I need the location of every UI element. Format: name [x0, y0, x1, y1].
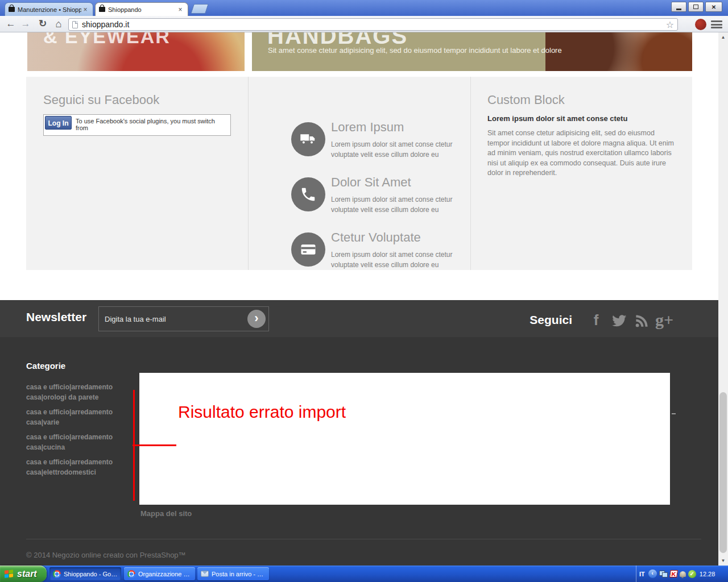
bookmark-star-icon[interactable]: ☆ [666, 19, 674, 30]
shopping-bag-favicon [99, 7, 105, 12]
facebook-icon[interactable]: f [585, 311, 607, 329]
network-icon[interactable] [659, 571, 668, 577]
category-link[interactable]: casa e ufficio|arredamento casa|elettrod… [26, 457, 138, 477]
info-title: Lorem Ipsum [331, 120, 404, 135]
annotation-horizontal-line [133, 444, 176, 446]
scrollbar-thumb[interactable] [719, 392, 727, 553]
scroll-up-icon[interactable]: ▲ [718, 32, 728, 42]
banner-handbags[interactable]: HANDBAGS Sit amet conse ctetur adipisici… [252, 32, 692, 71]
url-text[interactable]: shioppando.it [82, 20, 666, 29]
taskbar-button-label: Shioppando - Google ... [64, 571, 118, 577]
phone-icon [291, 177, 325, 211]
taskbar-button-organizzazione[interactable]: Organizzazione categ... [124, 567, 195, 580]
status-check-icon[interactable]: ✓ [688, 570, 696, 578]
custom-block: Custom Block Lorem ipsum dolor sit amet … [487, 93, 675, 178]
social-links: Seguici f g+ [530, 310, 676, 330]
twitter-icon[interactable] [607, 311, 630, 329]
copyright-text: © 2014 Negozio online creato con PrestaS… [26, 551, 186, 559]
tab-manutenzione[interactable]: Manutenzione • Shioppando × [5, 2, 93, 16]
category-link[interactable]: casa e ufficio|arredamento casa|varie [26, 407, 138, 427]
maximize-button[interactable] [688, 2, 704, 12]
page-icon [72, 21, 78, 28]
tab-title: Shioppando [108, 6, 176, 13]
info-text: Lorem ipsum dolor sit amet conse ctetur … [331, 250, 470, 270]
banner-eyewear[interactable]: & EYEWEAR [27, 32, 245, 71]
extension-icon[interactable] [695, 19, 706, 30]
banner-title: & EYEWEAR [43, 32, 171, 48]
browser-titlebar: Manutenzione • Shioppando × Shioppando ×… [0, 0, 728, 16]
kaspersky-icon[interactable]: K [669, 570, 678, 577]
start-button[interactable]: start [0, 566, 47, 582]
facebook-notice: To use Facebook's social plugins, you mu… [76, 118, 228, 131]
tab-shioppando[interactable]: Shioppando × [95, 2, 188, 16]
sitemap-link[interactable]: Mappa del sito [140, 509, 192, 518]
scrollbar[interactable]: ▲ ▼ [718, 32, 728, 566]
clock[interactable]: 12.28 [700, 571, 715, 577]
language-indicator[interactable]: IT [639, 571, 645, 577]
category-link[interactable]: casa e ufficio|arredamento casa|orologi … [26, 382, 138, 402]
home-button[interactable]: ⌂ [51, 17, 66, 31]
shopping-bag-favicon [9, 7, 15, 12]
info-text: Lorem ipsum dolor sit amet conse ctetur … [331, 194, 470, 215]
info-item-payment: Ctetur Voluptate Lorem ipsum dolor sit a… [248, 232, 470, 284]
divider [26, 539, 701, 539]
custom-block-subheading: Lorem ipsum dolor sit amet conse ctetu [487, 114, 675, 123]
newsletter-email-input[interactable] [105, 307, 235, 330]
social-label: Seguici [530, 313, 572, 327]
banner-subtitle: Sit amet conse ctetur adipisicing elit, … [268, 46, 562, 55]
info-section: Seguici su Facebook Log In To use Facebo… [26, 77, 692, 270]
start-label: start [17, 569, 37, 579]
page-footer: Categorie casa e ufficio|arredamento cas… [0, 337, 718, 566]
tab-close-icon[interactable]: × [81, 6, 89, 14]
chrome-icon [53, 570, 61, 578]
reload-button[interactable]: ↻ [35, 17, 50, 31]
banner-photo [545, 32, 692, 71]
close-window-button[interactable]: ✕ [705, 2, 722, 12]
scroll-down-icon[interactable]: ▼ [718, 556, 728, 566]
taskbar: start Shioppando - Google ... Organizzaz… [0, 566, 728, 582]
taskbar-button-posta[interactable]: Posta in arrivo - Cart... [197, 567, 269, 580]
divider [470, 77, 471, 270]
screen: Manutenzione • Shioppando × Shioppando ×… [0, 0, 728, 582]
info-item-phone: Dolor Sit Amet Lorem ipsum dolor sit ame… [248, 177, 470, 228]
minimize-icon [676, 9, 681, 10]
credit-card-icon [291, 232, 325, 267]
taskbar-button-shioppando[interactable]: Shioppando - Google ... [49, 567, 121, 580]
taskbar-button-label: Posta in arrivo - Cart... [212, 571, 266, 577]
google-plus-icon[interactable]: g+ [653, 310, 676, 330]
back-button[interactable]: ← [3, 17, 18, 31]
taskbar-button-label: Organizzazione categ... [138, 571, 192, 577]
windows-logo-icon [5, 569, 14, 579]
cursor-artifact [672, 413, 676, 414]
custom-block-body: Sit amet conse ctetur adipisicing elit, … [487, 128, 675, 178]
chrome-icon [127, 570, 135, 578]
custom-block-heading: Custom Block [487, 93, 675, 107]
newsletter-submit-button[interactable]: › [247, 310, 266, 328]
category-link[interactable]: casa e ufficio|arredamento casa|cucina [26, 432, 138, 452]
mail-icon [201, 571, 209, 577]
forward-button[interactable]: → [18, 17, 33, 31]
info-title: Dolor Sit Amet [331, 175, 411, 190]
categories-heading: Categorie [26, 361, 65, 371]
info-title: Ctetur Voluptate [331, 230, 421, 245]
rss-icon[interactable] [630, 311, 653, 329]
facebook-login-button[interactable]: Log In [45, 116, 72, 130]
annotation-whitebox: Risultato errato import [139, 373, 670, 505]
tab-title: Manutenzione • Shioppando [18, 6, 81, 13]
facebook-block-heading: Seguici su Facebook [43, 93, 159, 107]
info-text: Lorem ipsum dolor sit amet conse ctetur … [331, 139, 470, 160]
info-item-shipping: Lorem Ipsum Lorem ipsum dolor sit amet c… [248, 122, 470, 173]
system-tray: IT ‹ K ✓ 12.28 [636, 566, 728, 582]
newsletter-bar: Newsletter › Seguici f g+ [0, 300, 718, 337]
new-tab-button[interactable] [191, 4, 209, 14]
minimize-button[interactable] [671, 2, 686, 12]
address-bar[interactable]: shioppando.it ☆ [68, 18, 678, 31]
bell-icon[interactable] [680, 571, 686, 577]
truck-icon [291, 122, 325, 156]
tab-close-icon[interactable]: × [176, 6, 184, 14]
newsletter-label: Newsletter [26, 310, 86, 324]
annotation-text: Risultato errato import [178, 402, 346, 422]
maximize-icon [693, 5, 698, 9]
tray-chevron-icon[interactable]: ‹ [648, 569, 657, 578]
chrome-menu-icon[interactable] [711, 20, 722, 28]
